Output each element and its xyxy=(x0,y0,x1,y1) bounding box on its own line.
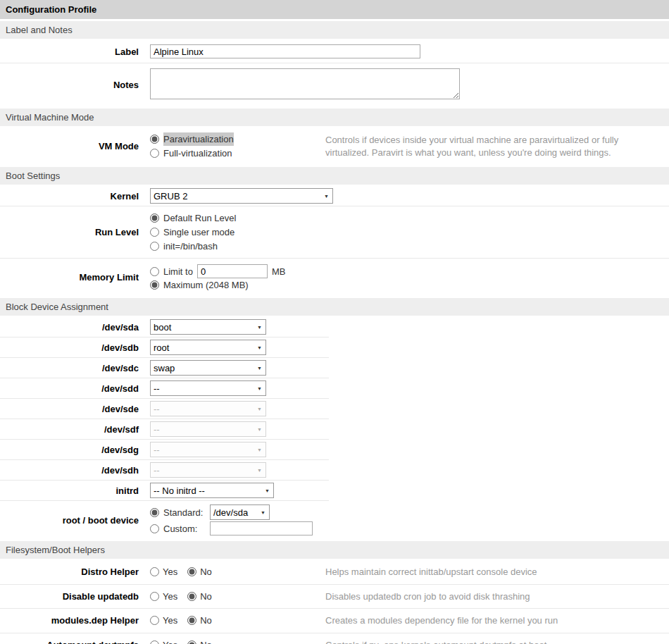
disable-updatedb-no-radio[interactable] xyxy=(187,592,196,601)
run-level-default-option[interactable]: Default Run Level xyxy=(150,211,325,225)
dev-sdd-select[interactable]: -- xyxy=(150,380,266,396)
dev-sdb-row: /dev/sdb root xyxy=(0,338,329,358)
dev-sdf-row: /dev/sdf -- xyxy=(0,419,329,440)
disable-updatedb-help-text: Disables updatedb cron job to avoid disk… xyxy=(325,590,669,603)
dev-sdd-row: /dev/sdd -- xyxy=(0,378,329,399)
run-level-init-bash-radio[interactable] xyxy=(150,242,159,251)
page-title: Configuration Profile xyxy=(0,0,669,19)
vm-mode-full-virtualization-option[interactable]: Full-virtualization xyxy=(150,147,325,160)
memory-maximum-radio[interactable] xyxy=(150,280,159,290)
vm-mode-full-virtualization-radio[interactable] xyxy=(150,149,159,158)
vm-mode-paravirtualization-radio[interactable] xyxy=(150,135,159,144)
dev-sdc-label: /dev/sdc xyxy=(0,363,144,373)
kernel-row: Kernel GRUB 2 xyxy=(0,186,669,206)
disable-updatedb-row: Disable updatedb Yes No Disables updated… xyxy=(0,585,669,609)
dev-sdh-label: /dev/sdh xyxy=(0,465,144,476)
dev-sda-select[interactable]: boot xyxy=(150,319,266,335)
label-input[interactable] xyxy=(150,44,420,58)
memory-limit-unit: MB xyxy=(272,266,286,277)
memory-limit-input[interactable] xyxy=(197,264,268,278)
initrd-row: initrd -- No initrd -- xyxy=(0,481,329,501)
automount-devtmpfs-yes-radio[interactable] xyxy=(150,640,159,644)
initrd-label: initrd xyxy=(0,485,144,496)
kernel-label: Kernel xyxy=(0,191,144,202)
distro-helper-yes-radio[interactable] xyxy=(150,567,159,576)
run-level-default-label: Default Run Level xyxy=(163,211,236,225)
yes-label: Yes xyxy=(163,615,177,626)
section-label-and-notes: Label and Notes xyxy=(0,21,669,39)
vm-mode-help-text: Controls if devices inside your virtual … xyxy=(325,134,669,159)
root-device-custom-input[interactable] xyxy=(210,521,313,535)
disable-updatedb-yes-radio[interactable] xyxy=(150,592,159,601)
run-level-label: Run Level xyxy=(0,227,144,237)
dev-sdf-select: -- xyxy=(150,421,266,437)
distro-helper-yes-option[interactable]: Yes xyxy=(150,566,177,577)
section-boot-settings: Boot Settings xyxy=(0,167,669,185)
dev-sdg-row: /dev/sdg -- xyxy=(0,440,329,460)
disable-updatedb-no-option[interactable]: No xyxy=(187,591,212,602)
automount-devtmpfs-row: Automount devtmpfs Yes No Controls if pv… xyxy=(0,633,669,644)
run-level-row: Run Level Default Run Level Single user … xyxy=(0,206,669,259)
automount-devtmpfs-help-text: Controls if pv_ops kernels automount dev… xyxy=(325,639,669,644)
label-row: Label xyxy=(0,40,669,63)
modules-dep-helper-label: modules.dep Helper xyxy=(0,615,144,626)
yes-label: Yes xyxy=(163,591,177,602)
notes-textarea[interactable] xyxy=(150,68,460,99)
dev-sde-label: /dev/sde xyxy=(0,404,144,414)
dev-sdh-select: -- xyxy=(150,462,266,478)
notes-field-label: Notes xyxy=(0,80,144,90)
memory-limit-row: Memory Limit Limit to MB Maximum (2048 M… xyxy=(0,259,669,296)
root-device-custom-radio[interactable] xyxy=(150,524,159,533)
automount-devtmpfs-yes-option[interactable]: Yes xyxy=(150,640,177,644)
distro-helper-help-text: Helps maintain correct inittab/upstart c… xyxy=(325,566,669,578)
notes-row: Notes xyxy=(0,63,669,106)
run-level-init-bash-option[interactable]: init=/bin/bash xyxy=(150,240,325,253)
run-level-single-user-option[interactable]: Single user mode xyxy=(150,225,325,239)
vm-mode-paravirtualization-label: Paravirtualization xyxy=(163,132,234,146)
dev-sdb-select[interactable]: root xyxy=(150,340,266,355)
kernel-select[interactable]: GRUB 2 xyxy=(150,188,333,204)
distro-helper-no-radio[interactable] xyxy=(187,567,196,576)
root-device-standard-select[interactable]: /dev/sda xyxy=(210,504,270,520)
section-block-device-assignment: Block Device Assignment xyxy=(0,298,669,316)
kernel-select-wrap: GRUB 2 xyxy=(150,188,333,204)
yes-label: Yes xyxy=(163,566,177,577)
modules-dep-helper-row: modules.dep Helper Yes No Creates a modu… xyxy=(0,609,669,633)
root-device-standard-label: Standard: xyxy=(163,507,206,518)
modules-dep-helper-yes-option[interactable]: Yes xyxy=(150,615,177,626)
automount-devtmpfs-no-radio[interactable] xyxy=(187,640,196,644)
root-boot-device-label: root / boot device xyxy=(0,515,144,526)
distro-helper-row: Distro Helper Yes No Helps maintain corr… xyxy=(0,560,669,585)
label-field-label: Label xyxy=(0,47,144,57)
modules-dep-helper-help-text: Creates a modules dependency file for th… xyxy=(325,614,669,627)
dev-sdf-label: /dev/sdf xyxy=(0,424,144,435)
root-device-standard-radio[interactable] xyxy=(150,508,159,517)
modules-dep-helper-yes-radio[interactable] xyxy=(150,616,159,625)
automount-devtmpfs-no-option[interactable]: No xyxy=(187,640,212,644)
dev-sdb-label: /dev/sdb xyxy=(0,342,144,353)
distro-helper-no-option[interactable]: No xyxy=(187,566,212,577)
dev-sda-label: /dev/sda xyxy=(0,322,144,333)
modules-dep-helper-no-option[interactable]: No xyxy=(187,615,212,626)
no-label: No xyxy=(200,615,212,626)
no-label: No xyxy=(200,566,212,577)
configuration-profile-page: Configuration Profile Label and Notes La… xyxy=(0,0,669,644)
vm-mode-row: VM Mode Paravirtualization Full-virtuali… xyxy=(0,128,669,165)
dev-sdg-label: /dev/sdg xyxy=(0,445,144,455)
run-level-init-bash-label: init=/bin/bash xyxy=(163,240,218,253)
modules-dep-helper-no-radio[interactable] xyxy=(187,616,196,625)
disable-updatedb-label: Disable updatedb xyxy=(0,591,144,602)
disable-updatedb-yes-option[interactable]: Yes xyxy=(150,591,177,602)
dev-sdd-label: /dev/sdd xyxy=(0,383,144,394)
dev-sdc-row: /dev/sdc swap xyxy=(0,358,329,378)
run-level-single-user-radio[interactable] xyxy=(150,228,159,237)
vm-mode-paravirtualization-option[interactable]: Paravirtualization xyxy=(150,132,325,146)
dev-sdc-select[interactable]: swap xyxy=(150,360,266,376)
run-level-single-user-label: Single user mode xyxy=(163,225,235,239)
memory-limit-to-radio[interactable] xyxy=(150,267,159,276)
dev-sdg-select: -- xyxy=(150,442,266,457)
vm-mode-full-virtualization-label: Full-virtualization xyxy=(163,147,232,160)
run-level-default-radio[interactable] xyxy=(150,213,159,223)
initrd-select[interactable]: -- No initrd -- xyxy=(150,483,274,498)
section-filesystem-boot-helpers: Filesystem/Boot Helpers xyxy=(0,541,669,559)
